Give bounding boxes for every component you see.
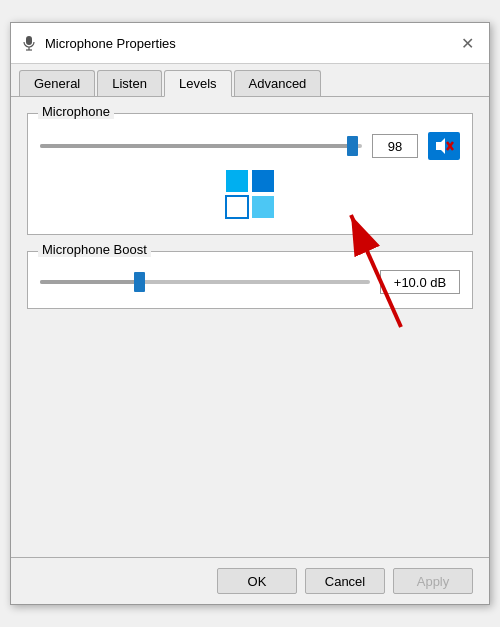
boost-slider-track <box>40 280 370 284</box>
title-bar: Microphone Properties ✕ <box>11 23 489 64</box>
microphone-volume-input[interactable] <box>372 134 418 158</box>
svg-rect-0 <box>26 36 32 45</box>
microphone-group: Microphone <box>27 113 473 235</box>
tab-levels[interactable]: Levels <box>164 70 232 97</box>
tab-general[interactable]: General <box>19 70 95 96</box>
cancel-button[interactable]: Cancel <box>305 568 385 594</box>
microphone-properties-window: Microphone Properties ✕ General Listen L… <box>10 22 490 605</box>
mute-button[interactable] <box>428 132 460 160</box>
svg-marker-3 <box>436 138 445 154</box>
boost-slider[interactable] <box>40 271 370 293</box>
mute-icon <box>434 137 454 155</box>
close-button[interactable]: ✕ <box>455 31 479 55</box>
boost-group: Microphone Boost +10.0 dB <box>27 251 473 309</box>
boost-slider-row: +10.0 dB <box>40 270 460 294</box>
windows-x-icon <box>224 168 276 220</box>
footer: OK Cancel Apply <box>11 557 489 604</box>
microphone-slider-track <box>40 144 362 148</box>
windows-icon-area <box>40 168 460 220</box>
svg-rect-8 <box>226 196 248 218</box>
title-bar-left: Microphone Properties <box>21 35 176 51</box>
boost-value-display: +10.0 dB <box>380 270 460 294</box>
microphone-slider-fill <box>40 144 352 148</box>
window-title: Microphone Properties <box>45 36 176 51</box>
svg-rect-6 <box>226 170 248 192</box>
boost-slider-fill <box>40 280 139 284</box>
svg-rect-9 <box>252 196 274 218</box>
microphone-label: Microphone <box>38 104 114 119</box>
tabs-bar: General Listen Levels Advanced <box>11 64 489 97</box>
microphone-slider-row <box>40 132 460 160</box>
microphone-slider-handle[interactable] <box>347 136 358 156</box>
tab-advanced[interactable]: Advanced <box>234 70 322 96</box>
microphone-icon <box>21 35 37 51</box>
ok-button[interactable]: OK <box>217 568 297 594</box>
content-area: Microphone <box>11 97 489 557</box>
microphone-slider[interactable] <box>40 135 362 157</box>
boost-slider-handle[interactable] <box>134 272 145 292</box>
boost-label: Microphone Boost <box>38 242 151 257</box>
apply-button[interactable]: Apply <box>393 568 473 594</box>
svg-rect-7 <box>252 170 274 192</box>
tab-listen[interactable]: Listen <box>97 70 162 96</box>
